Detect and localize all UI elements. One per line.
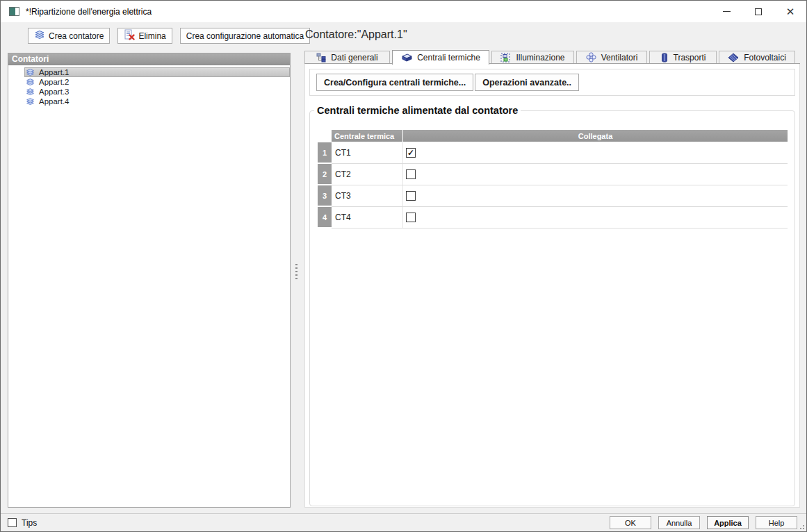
tab-label: Dati generali — [331, 53, 377, 63]
crea-contatore-button[interactable]: Crea contatore — [28, 28, 110, 44]
resize-grip[interactable] — [799, 524, 804, 529]
column-header-centrale-termica: Centrale termica — [332, 130, 403, 142]
stack-icon — [26, 88, 35, 97]
crea-configura-centrali-button[interactable]: Crea/Configura centrali termiche... — [316, 74, 473, 91]
app-icon — [9, 7, 19, 16]
elimina-label: Elimina — [138, 31, 165, 41]
help-button[interactable]: Help — [756, 516, 797, 529]
collegata-checkbox-ct1[interactable] — [406, 148, 416, 158]
centrale-name: CT4 — [332, 207, 403, 228]
crea-configurazione-automatica-label: Crea configurazione automatica — [186, 31, 304, 41]
ok-button[interactable]: OK — [610, 516, 651, 529]
tab-illuminazione[interactable]: Illuminazione — [491, 51, 574, 64]
applica-button[interactable]: Applica — [707, 516, 749, 529]
tree-item-appart-3[interactable]: Appart.3 — [24, 87, 290, 97]
minimize-icon — [723, 11, 731, 12]
tips-control: Tips — [8, 518, 37, 528]
stack-icon — [26, 78, 35, 87]
tips-checkbox[interactable] — [8, 518, 17, 527]
tab-label: Illuminazione — [516, 53, 564, 63]
fan-icon — [586, 52, 596, 63]
operazioni-avanzate-button[interactable]: Operazioni avanzate.. — [475, 74, 579, 91]
table-corner-cell — [318, 130, 332, 142]
tab-label: Trasporti — [674, 53, 706, 63]
centrali-table: Centrale termica Collegata 1 CT1 2 CT2 — [318, 130, 788, 228]
table-row: 2 CT2 — [318, 164, 788, 185]
close-icon: ✕ — [786, 6, 795, 17]
elimina-button[interactable]: Elimina — [117, 28, 172, 44]
tab-fotovoltaici[interactable]: Fotovoltaici — [719, 51, 795, 64]
hierarchy-icon — [316, 53, 326, 63]
column-header-collegata: Collegata — [403, 130, 788, 142]
panel-splitter[interactable] — [293, 260, 300, 283]
tree-item-label: Appart.1 — [39, 68, 69, 76]
centrale-name: CT2 — [332, 164, 403, 185]
contatori-tree: Appart.1 Appart.2 Appart.3 Appart.4 — [8, 65, 290, 106]
annulla-button[interactable]: Annulla — [658, 516, 700, 529]
dialog-buttons: OK Annulla Applica Help — [610, 516, 797, 529]
centrali-groupbox: Centrali termiche alimentate dal contato… — [309, 105, 795, 506]
collegata-checkbox-ct3[interactable] — [406, 191, 416, 201]
contatori-panel: Contatori Appart.1 Appart.2 Appart.3 — [8, 53, 291, 508]
crea-configurazione-automatica-button[interactable]: Crea configurazione automatica — [180, 28, 310, 44]
app-window: *!Ripartizione dell'energia elettrica ✕ … — [0, 0, 807, 532]
row-number: 1 — [318, 142, 332, 164]
table-header: Centrale termica Collegata — [318, 130, 788, 142]
row-number: 3 — [318, 185, 332, 207]
elevator-icon — [660, 53, 669, 63]
solar-panel-icon — [728, 53, 739, 63]
minimize-button[interactable] — [710, 1, 742, 22]
table-row: 4 CT4 — [318, 207, 788, 228]
page-title: Contatore:"Appart.1" — [305, 28, 407, 41]
lighting-plan-icon — [500, 53, 511, 63]
tabbar: Dati generali Centrali termiche — [304, 49, 800, 64]
tabbar-underline — [304, 63, 800, 64]
centrale-name: CT3 — [332, 185, 403, 206]
delete-document-icon — [124, 29, 135, 42]
tree-item-appart-2[interactable]: Appart.2 — [24, 77, 290, 87]
tree-item-appart-4[interactable]: Appart.4 — [24, 97, 290, 106]
stack-icon — [26, 68, 35, 77]
tree-item-label: Appart.4 — [39, 97, 69, 106]
maximize-icon — [755, 8, 762, 15]
collegata-checkbox-ct4[interactable] — [406, 213, 416, 222]
groupbox-title: Centrali termiche alimentate dal contato… — [314, 105, 521, 116]
crea-contatore-label: Crea contatore — [49, 31, 104, 41]
tree-item-label: Appart.3 — [39, 88, 69, 96]
boiler-icon — [401, 53, 412, 63]
titlebar: *!Ripartizione dell'energia elettrica ✕ — [1, 1, 806, 22]
table-row: 3 CT3 — [318, 185, 788, 207]
tab-dati-generali[interactable]: Dati generali — [304, 51, 390, 64]
centrale-name: CT1 — [332, 142, 403, 163]
footer-bar: Tips OK Annulla Applica Help — [1, 513, 806, 531]
window-title: *!Ripartizione dell'energia elettrica — [26, 7, 152, 17]
tab-label: Fotovoltaici — [744, 53, 786, 63]
maximize-button[interactable] — [742, 1, 774, 22]
collegata-cell — [403, 185, 788, 206]
tab-trasporti[interactable]: Trasporti — [649, 51, 717, 64]
centrali-termiche-panel: Crea/Configura centrali termiche... Oper… — [304, 64, 800, 508]
tab-ventilatori[interactable]: Ventilatori — [576, 51, 647, 64]
tips-label: Tips — [22, 518, 37, 528]
collegata-cell — [403, 164, 788, 185]
stack-icon — [34, 30, 45, 42]
close-button[interactable]: ✕ — [774, 1, 806, 22]
table-row: 1 CT1 — [318, 142, 788, 164]
contatori-panel-header: Contatori — [8, 53, 290, 65]
tab-centrali-termiche[interactable]: Centrali termiche — [392, 50, 489, 65]
row-number: 4 — [318, 207, 332, 228]
tree-item-label: Appart.2 — [39, 78, 69, 86]
collegata-cell — [403, 142, 788, 163]
tab-label: Centrali termiche — [417, 53, 480, 63]
actions-box: Crea/Configura centrali termiche... Oper… — [309, 69, 795, 96]
collegata-checkbox-ct2[interactable] — [406, 169, 416, 179]
collegata-cell — [403, 207, 788, 228]
tab-label: Ventilatori — [601, 53, 638, 63]
tree-item-appart-1[interactable]: Appart.1 — [24, 67, 290, 77]
row-number: 2 — [318, 164, 332, 185]
stack-icon — [26, 97, 35, 106]
